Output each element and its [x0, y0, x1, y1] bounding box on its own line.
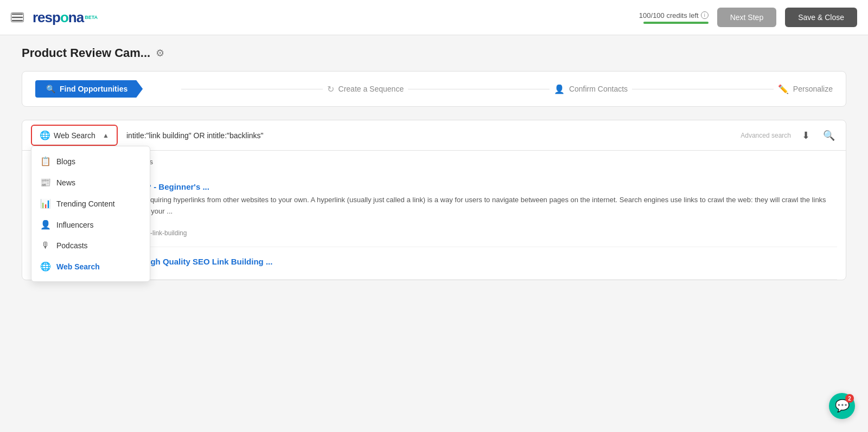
influencers-label: Influencers: [56, 221, 93, 229]
blogs-icon: 📋: [40, 156, 51, 166]
dropdown-item-news[interactable]: 📰 News: [31, 172, 150, 193]
save-close-button[interactable]: Save & Close: [785, 8, 857, 27]
logo-beta: BETA: [85, 15, 98, 20]
credits-area: 100/100 credits left i: [639, 11, 709, 24]
search-actions: Advanced search ⬇ 🔍: [741, 127, 837, 144]
dropdown-item-podcasts[interactable]: 🎙 Podcasts: [31, 235, 150, 256]
contacts-icon: 👤: [554, 84, 565, 94]
step-confirm-contacts[interactable]: 👤 Confirm Contacts: [554, 84, 628, 94]
chat-bubble[interactable]: 💬 2: [829, 393, 855, 419]
search-type-globe-icon: 🌐: [40, 130, 50, 140]
result-description-1: Link building is the process of acquirin…: [48, 195, 837, 217]
trending-label: Trending Content: [56, 199, 115, 208]
header-left: respona BETA: [11, 9, 98, 26]
search-top: 🌐 Web Search ▲ 📋 Blogs 📰 News 📊: [22, 120, 846, 151]
search-type-selector[interactable]: 🌐 Web Search ▲: [31, 125, 118, 146]
podcasts-label: Podcasts: [56, 241, 88, 250]
websearch-icon: 🌐: [40, 261, 51, 272]
settings-gear-button[interactable]: ⚙: [156, 47, 164, 59]
influencers-icon: 👤: [40, 220, 51, 230]
dropdown-item-influencers[interactable]: 👤 Influencers: [31, 214, 150, 235]
personalize-icon: ✏️: [778, 84, 789, 94]
blogs-label: Blogs: [56, 157, 75, 166]
sequence-icon: ↻: [327, 84, 334, 94]
search-input[interactable]: [124, 127, 734, 144]
podcasts-icon: 🎙: [40, 241, 51, 250]
result-url-1: https://moz.com/beginners-guide-to-link-…: [48, 229, 837, 237]
result-item-2: Link Building Services | High Quality SE…: [31, 247, 837, 280]
logo-text: respona: [33, 9, 84, 26]
download-button[interactable]: ⬇: [800, 127, 812, 144]
search-type-wrapper: 🌐 Web Search ▲ 📋 Blogs 📰 News 📊: [31, 125, 118, 146]
dropdown-item-blogs[interactable]: 📋 Blogs: [31, 151, 150, 172]
news-icon: 📰: [40, 177, 51, 188]
step-divider-2: [408, 89, 550, 89]
step-personalize[interactable]: ✏️ Personalize: [778, 84, 833, 94]
result-indexed-1: Indexed: Thu Feb 04 2021: [48, 221, 837, 228]
hamburger-button[interactable]: [11, 12, 24, 22]
find-opportunities-badge: 🔍 Find Opportunities: [35, 80, 143, 98]
find-label: Find Opportunities: [60, 85, 127, 93]
step-divider-3: [632, 89, 774, 89]
result-title-2[interactable]: Link Building Services | High Quality SE…: [48, 257, 837, 266]
result-item-1: ling & Why Is It Important? - Beginner's…: [31, 172, 837, 247]
search-container: 🌐 Web Search ▲ 📋 Blogs 📰 News 📊: [22, 120, 846, 280]
search-button[interactable]: 🔍: [821, 127, 837, 144]
contacts-label: Confirm Contacts: [569, 85, 628, 93]
result-content-1: ling & Why Is It Important? - Beginner's…: [48, 182, 837, 237]
dropdown-item-trending[interactable]: 📊 Trending Content: [31, 193, 150, 214]
credits-bar: [643, 22, 709, 24]
search-type-label: Web Search: [54, 131, 95, 140]
dropdown-item-websearch[interactable]: 🌐 Web Search: [31, 256, 150, 277]
credits-text: 100/100 credits left i: [639, 11, 709, 20]
result-title-1[interactable]: ling & Why Is It Important? - Beginner's…: [48, 182, 837, 191]
logo: respona BETA: [33, 9, 98, 26]
credits-bar-fill: [643, 22, 709, 24]
credits-value: 100/100 credits left: [639, 11, 699, 20]
main-content: Product Review Cam... ⚙ 🔍 Find Opportuni…: [0, 35, 868, 432]
websearch-label: Web Search: [56, 262, 100, 271]
page-title-row: Product Review Cam... ⚙: [22, 46, 846, 60]
step-find-opportunities[interactable]: 🔍 Find Opportunities: [35, 80, 177, 98]
news-label: News: [56, 178, 75, 187]
advanced-search-label: Advanced search: [741, 132, 791, 139]
workflow-steps: 🔍 Find Opportunities ↻ Create a Sequence…: [22, 71, 846, 107]
header-right: 100/100 credits left i Next Step Save & …: [639, 8, 857, 27]
sequence-label: Create a Sequence: [339, 85, 404, 93]
personalize-label: Personalize: [793, 85, 833, 93]
next-step-button[interactable]: Next Step: [717, 8, 776, 27]
credits-info-icon: i: [701, 11, 709, 19]
page-title: Product Review Cam...: [22, 46, 150, 60]
step-divider-1: [181, 89, 323, 89]
find-icon: 🔍: [46, 85, 55, 93]
chevron-up-icon: ▲: [103, 132, 109, 139]
result-content-2: Link Building Services | High Quality SE…: [48, 257, 837, 269]
chat-badge: 2: [845, 394, 854, 403]
search-type-dropdown: 📋 Blogs 📰 News 📊 Trending Content 👤 Infl…: [31, 146, 150, 282]
trending-icon: 📊: [40, 198, 51, 209]
header: respona BETA 100/100 credits left i Next…: [0, 0, 868, 35]
step-create-sequence[interactable]: ↻ Create a Sequence: [327, 84, 404, 94]
